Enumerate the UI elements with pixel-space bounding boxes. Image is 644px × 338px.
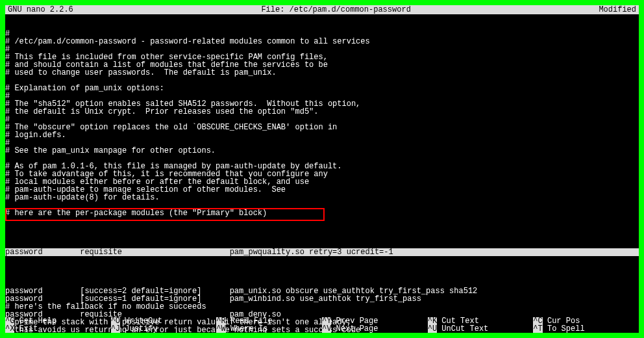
- file-line[interactable]: # /etc/pam.d/common-password - password-…: [5, 38, 639, 46]
- file-line[interactable]: # The "obscure" option replaces the old …: [5, 124, 639, 131]
- file-line[interactable]: # Explanation of pam_unix options:: [5, 84, 639, 92]
- editor-content[interactable]: ## /etc/pam.d/common-password - password…: [5, 14, 639, 333]
- shortcut-key: ^V: [322, 325, 331, 333]
- shortcut-key: ^T: [533, 325, 542, 333]
- shortcut-where-is[interactable]: ^W Where Is: [216, 325, 322, 333]
- file-line[interactable]: # login.defs.: [5, 131, 639, 139]
- shortcut-label: Where Is: [226, 324, 268, 333]
- shortcut-label: To Spell: [543, 324, 585, 333]
- cursor-line[interactable]: password requisite pam_pwquality.so retr…: [5, 248, 639, 256]
- shortcut-next-page[interactable]: ^V Next Page: [322, 325, 428, 333]
- shortcut-label: Exit: [14, 324, 38, 333]
- shortcut-label: Justify: [120, 324, 158, 333]
- shortcut-label: Next Page: [331, 324, 378, 333]
- shortcut-key: ^W: [216, 325, 225, 333]
- shortcut-justify[interactable]: ^J Justify: [111, 325, 217, 333]
- file-path: File: /etc/pam.d/common-password: [73, 5, 599, 14]
- file-line[interactable]: # See the pam_unix manpage for other opt…: [5, 147, 639, 155]
- shortcut-exit[interactable]: ^X Exit: [5, 325, 111, 333]
- titlebar: GNU nano 2.2.6 File: /etc/pam.d/common-p…: [5, 5, 639, 14]
- shortcut-footer: ^G Get Help^O WriteOut^R Read File^Y Pre…: [5, 317, 639, 333]
- nano-version: GNU nano 2.2.6: [8, 5, 73, 14]
- shortcut-label: UnCut Text: [437, 324, 488, 333]
- file-line[interactable]: # here are the per-package modules (the …: [5, 209, 639, 217]
- terminal-window: GNU nano 2.2.6 File: /etc/pam.d/common-p…: [5, 5, 639, 333]
- file-line[interactable]: # used to change user passwords. The def…: [5, 69, 639, 77]
- shortcut-key: ^U: [428, 325, 437, 333]
- shortcut-uncut-text[interactable]: ^U UnCut Text: [428, 325, 534, 333]
- shortcut-key: ^J: [111, 325, 120, 333]
- modified-status: Modified: [599, 5, 636, 14]
- file-line[interactable]: # pam-auth-update(8) for details.: [5, 194, 639, 202]
- file-line[interactable]: # the default is Unix crypt. Prior relea…: [5, 108, 639, 116]
- shortcut-key: ^X: [5, 325, 14, 333]
- shortcut-to-spell[interactable]: ^T To Spell: [533, 325, 639, 333]
